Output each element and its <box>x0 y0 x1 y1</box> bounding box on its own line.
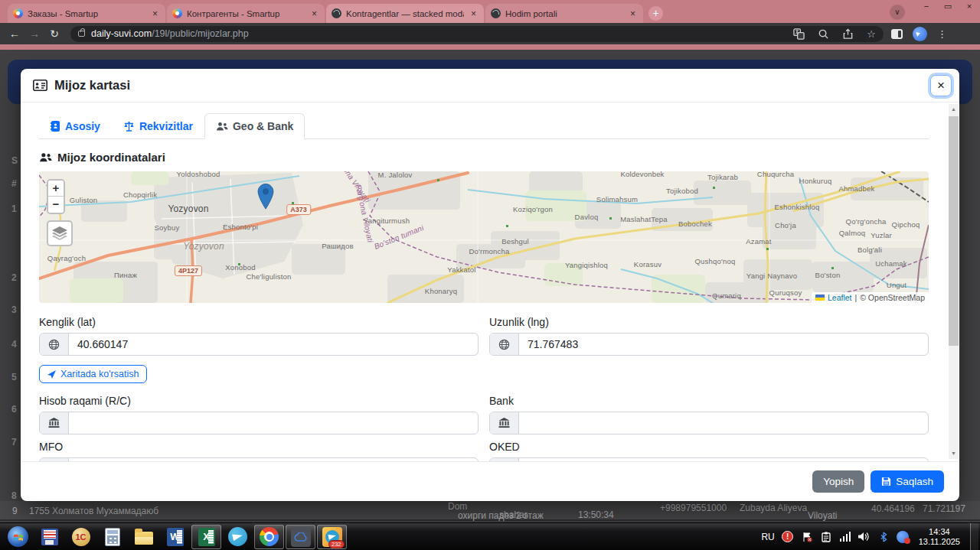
tab-close-icon[interactable]: × <box>309 8 319 19</box>
browser-tab[interactable]: Kontragentlar — stacked modal (× <box>326 4 484 23</box>
account-field: Hisob raqami (R/C) <box>39 395 479 434</box>
lat-input[interactable] <box>69 334 478 355</box>
taskbar-app-explorer[interactable] <box>129 525 158 549</box>
background-table-cell: +998979551000 <box>660 503 727 513</box>
taskbar-app-floppy[interactable] <box>34 525 64 549</box>
account-input[interactable] <box>69 412 478 434</box>
map-marker-icon[interactable] <box>257 184 274 213</box>
show-on-map-label: Xaritada ko'rsatish <box>60 369 139 379</box>
tab-rekvizitlar[interactable]: Rekvizitlar <box>112 113 204 139</box>
ukraine-flag-icon <box>815 295 825 301</box>
minimize-button[interactable]: − <box>916 0 937 14</box>
leaflet-link[interactable]: Leaflet <box>828 293 852 302</box>
translate-icon[interactable] <box>793 28 805 40</box>
volume-icon[interactable] <box>858 531 871 543</box>
alert-icon[interactable]: ! <box>782 531 794 543</box>
clipboard-icon[interactable] <box>820 531 832 543</box>
leaflet-map[interactable]: YoldoshobodM. JalolovKoldevonbekTojikara… <box>39 171 929 303</box>
screen: Заказы - Smartup×Контрагенты - Smartup×K… <box>0 0 980 550</box>
back-button[interactable]: ← <box>5 28 24 40</box>
window-controls: − ▭ × <box>916 0 980 23</box>
windows-logo-icon <box>8 526 28 547</box>
forward-button[interactable]: → <box>24 28 44 40</box>
taskbar-app-calculator[interactable] <box>97 525 127 549</box>
background-table-cell: 40.464196 <box>871 503 915 514</box>
taskbar-app-telegram[interactable] <box>223 525 253 549</box>
globe-favicon-icon <box>332 8 341 18</box>
action-center-flag-icon[interactable] <box>801 531 813 543</box>
start-button[interactable] <box>3 525 33 549</box>
side-panel-icon[interactable] <box>891 29 903 39</box>
yopish-label: Yopish <box>823 476 854 487</box>
taskbar-app-cloud[interactable] <box>286 525 315 549</box>
tray-app-icon[interactable] <box>897 531 909 543</box>
modal-close-button[interactable]: × <box>930 75 952 96</box>
lng-input[interactable] <box>519 334 928 355</box>
window-close-button[interactable]: × <box>959 0 980 14</box>
zoom-out-button[interactable]: − <box>48 197 64 213</box>
network-signal-icon[interactable] <box>839 531 851 543</box>
scroll-up-arrow[interactable]: ▲ <box>949 104 959 115</box>
taskbar-app-chrome[interactable] <box>254 525 284 549</box>
taskbar-app-1c[interactable]: 1С <box>66 525 96 549</box>
ssl-lock-icon[interactable] <box>78 31 85 37</box>
reload-button[interactable]: ↻ <box>44 28 64 40</box>
section-title: Mijoz koordinatalari <box>39 151 929 164</box>
taskbar-app-telegram-2[interactable]: 232 <box>317 525 347 549</box>
background-table-row: 91755 Холматов МухаммадаюбDomохирги паде… <box>0 501 980 521</box>
scroll-down-arrow[interactable]: ▼ <box>949 448 959 459</box>
mijoz-kartasi-modal: Mijoz kartasi × Asosiy Rekvizitlar Geo &… <box>21 69 959 501</box>
share-icon[interactable] <box>842 28 854 40</box>
show-desktop-button[interactable] <box>970 523 978 550</box>
background-table-text: 2 <box>11 272 17 283</box>
browser-menu-icon[interactable]: ⋮ <box>937 28 947 40</box>
map-layers-control[interactable] <box>47 220 73 246</box>
modal-scrollbar[interactable]: ▲ ▼ <box>949 104 959 459</box>
system-tray: RU ! 14:34 13.11.2025 <box>761 523 980 550</box>
yopish-button[interactable]: Yopish <box>812 470 864 493</box>
browser-tab[interactable]: Контрагенты - Smartup× <box>167 4 325 23</box>
saqlash-button[interactable]: Saqlash <box>871 470 944 493</box>
bluetooth-icon[interactable] <box>877 531 890 543</box>
tab-title: Контрагенты - Smartup <box>187 9 305 18</box>
profile-avatar[interactable] <box>913 27 927 41</box>
language-indicator[interactable]: RU <box>761 532 774 542</box>
background-table-text: 5 <box>11 372 17 382</box>
taskbar-clock[interactable]: 14:34 13.11.2025 <box>919 527 960 547</box>
new-tab-button[interactable]: + <box>648 6 663 21</box>
background-table-text: 1 <box>11 203 17 214</box>
cloud-icon <box>291 527 311 547</box>
tab-close-icon[interactable]: × <box>150 8 160 19</box>
smartup-favicon-icon <box>172 8 182 18</box>
taskbar-app-word[interactable]: W <box>160 525 190 549</box>
omnibox-icons: ☆ <box>793 28 876 40</box>
zoom-in-button[interactable]: + <box>48 181 64 197</box>
tab-asosiy[interactable]: Asosiy <box>39 113 112 139</box>
background-table-cell: 9 <box>12 506 18 516</box>
browser-tab[interactable]: Заказы - Smartup× <box>8 4 165 23</box>
account-label: Hisob raqami (R/C) <box>39 395 479 407</box>
tab-title: Hodim portali <box>505 9 623 18</box>
tab-close-icon[interactable]: × <box>469 8 479 19</box>
background-table-cell: 13:50:34 <box>578 509 614 520</box>
scrollbar-thumb[interactable] <box>949 116 959 346</box>
oked-field: OKED <box>489 441 929 461</box>
modal-body: Asosiy Rekvizitlar Geo & Bank Mijoz koor… <box>21 103 959 461</box>
smartup-favicon-icon <box>13 8 23 18</box>
show-on-map-button[interactable]: Xaritada ko'rsatish <box>39 365 147 383</box>
browser-tab[interactable]: Hodim portali× <box>485 4 643 23</box>
browser-toolbar: ← → ↻ daily-suvi.com/19l/public/mijozlar… <box>0 23 980 44</box>
address-bar[interactable]: daily-suvi.com/19l/public/mijozlar.php ☆ <box>70 26 884 42</box>
background-table-text: 8 <box>11 490 17 501</box>
globe-favicon-icon <box>491 8 501 18</box>
lat-label: Kenglik (lat) <box>39 316 479 328</box>
bank-input[interactable] <box>519 412 928 434</box>
zoom-search-icon[interactable] <box>818 28 829 40</box>
bookmark-star-icon[interactable]: ☆ <box>867 28 876 40</box>
restore-button[interactable]: ▭ <box>937 0 959 14</box>
tab-geo-bank[interactable]: Geo & Bank <box>204 113 305 139</box>
tab-search-chevron-icon[interactable]: ∨ <box>890 5 905 20</box>
osm-link[interactable]: © OpenStreetMap <box>860 293 925 302</box>
taskbar-app-excel[interactable]: X <box>191 525 221 549</box>
tab-close-icon[interactable]: × <box>628 8 638 19</box>
